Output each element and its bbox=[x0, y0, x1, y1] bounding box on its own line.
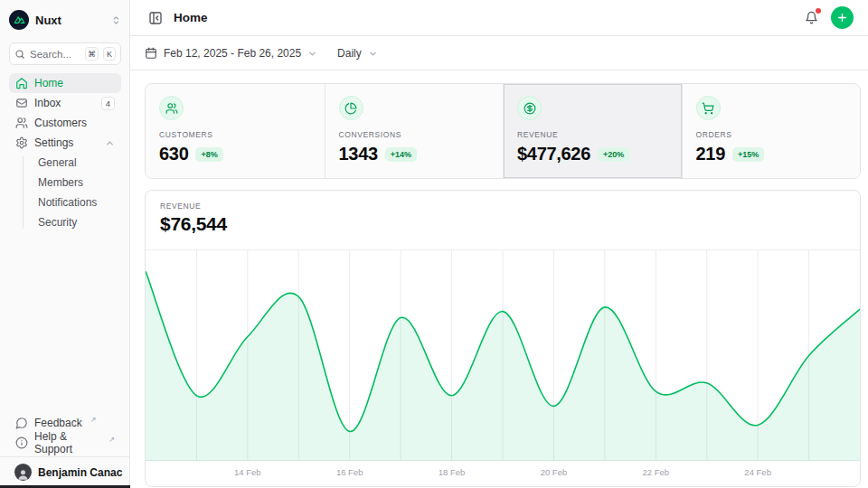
panel-left-close-icon bbox=[148, 11, 163, 25]
sidebar-item-inbox[interactable]: Inbox 4 bbox=[9, 93, 121, 113]
stat-delta-badge: +8% bbox=[195, 147, 222, 162]
header-actions bbox=[800, 6, 854, 29]
stat-label: REVENUE bbox=[517, 130, 668, 139]
chart-metric-label: REVENUE bbox=[160, 202, 845, 211]
page-title: Home bbox=[174, 11, 208, 24]
stat-value: $477,626 bbox=[517, 144, 590, 164]
subitem-label: Security bbox=[38, 216, 77, 229]
revenue-chart-card: REVENUE $76,544 14 Feb16 Feb18 Feb20 Feb… bbox=[145, 190, 861, 487]
stat-value: 1343 bbox=[339, 144, 378, 164]
stat-delta-badge: +15% bbox=[732, 147, 764, 162]
external-link-icon: ↗ bbox=[90, 416, 97, 424]
chart-x-axis: 14 Feb16 Feb18 Feb20 Feb22 Feb24 Feb bbox=[146, 461, 860, 485]
sidebar-item-settings[interactable]: Settings bbox=[9, 133, 121, 153]
stat-delta-badge: +14% bbox=[385, 147, 417, 162]
chevron-up-icon bbox=[105, 138, 115, 148]
sidebar-collapse-button[interactable] bbox=[145, 7, 166, 29]
footer-link-label: Help & Support bbox=[34, 430, 100, 455]
subitem-label: General bbox=[38, 156, 77, 169]
stat-card-customers[interactable]: CUSTOMERS 630 +8% bbox=[146, 84, 325, 178]
stat-label: ORDERS bbox=[696, 130, 847, 139]
notification-dot bbox=[816, 8, 821, 14]
search-icon bbox=[14, 49, 25, 60]
chart-metric-value: $76,544 bbox=[160, 213, 845, 235]
stat-label: CONVERSIONS bbox=[339, 130, 490, 139]
x-tick-label: 16 Feb bbox=[328, 467, 372, 477]
external-link-icon: ↗ bbox=[108, 436, 115, 444]
date-range-label: Feb 12, 2025 - Feb 26, 2025 bbox=[164, 47, 301, 60]
dashboard-app: Nuxt Search... ⌘ K Home bbox=[0, 0, 868, 488]
search-input[interactable]: Search... ⌘ K bbox=[9, 42, 121, 65]
chevrons-up-down-icon bbox=[111, 15, 121, 25]
subitem-label: Members bbox=[38, 176, 83, 189]
chevron-down-icon bbox=[307, 49, 317, 59]
search-placeholder: Search... bbox=[30, 49, 80, 60]
stat-card-conversions[interactable]: CONVERSIONS 1343 +14% bbox=[325, 84, 504, 178]
x-tick-label: 24 Feb bbox=[736, 467, 779, 477]
stats-grid: CUSTOMERS 630 +8% CONVERSIONS 1343 +14% bbox=[145, 83, 861, 179]
chevron-down-icon bbox=[368, 49, 378, 59]
help-support-link[interactable]: Help & Support ↗ bbox=[9, 433, 121, 453]
x-tick-label: 18 Feb bbox=[430, 467, 474, 477]
calendar-icon bbox=[145, 47, 157, 60]
info-circle-icon bbox=[15, 436, 28, 449]
filters-toolbar: Feb 12, 2025 - Feb 26, 2025 Daily bbox=[130, 37, 868, 70]
sidebar-item-label: Settings bbox=[34, 136, 99, 149]
sidebar-subitem-notifications[interactable]: Notifications bbox=[34, 192, 121, 212]
cart-icon bbox=[696, 96, 721, 120]
inbox-icon bbox=[15, 97, 28, 109]
dollar-circle-icon bbox=[517, 96, 542, 120]
inbox-count-badge: 4 bbox=[101, 97, 115, 110]
x-tick-label: 22 Feb bbox=[634, 467, 677, 477]
date-range-picker[interactable]: Feb 12, 2025 - Feb 26, 2025 bbox=[145, 47, 317, 60]
sidebar: Nuxt Search... ⌘ K Home bbox=[0, 0, 130, 488]
settings-subnav: General Members Notifications Security bbox=[23, 153, 121, 232]
sidebar-item-label: Inbox bbox=[34, 97, 95, 109]
add-button[interactable] bbox=[831, 6, 854, 29]
subitem-label: Notifications bbox=[38, 196, 97, 209]
sidebar-subitem-security[interactable]: Security bbox=[34, 212, 121, 232]
area-chart bbox=[146, 250, 860, 461]
notifications-button[interactable] bbox=[800, 7, 822, 29]
sidebar-subitem-general[interactable]: General bbox=[34, 153, 121, 173]
user-name: Benjamin Canac bbox=[38, 466, 122, 479]
footer-link-label: Feedback bbox=[34, 417, 82, 429]
page-header: Home bbox=[130, 0, 868, 36]
stat-card-revenue[interactable]: REVENUE $477,626 +20% bbox=[503, 84, 682, 178]
stat-value: 219 bbox=[696, 144, 725, 164]
user-menu[interactable]: Benjamin Canac bbox=[9, 460, 121, 484]
pie-chart-icon bbox=[339, 96, 363, 120]
x-tick-label: 20 Feb bbox=[532, 467, 575, 477]
sidebar-item-label: Home bbox=[34, 77, 115, 89]
sidebar-item-home[interactable]: Home bbox=[9, 73, 121, 93]
sidebar-footer: Feedback ↗ Help & Support ↗ bbox=[9, 413, 121, 453]
home-icon bbox=[15, 77, 28, 89]
sidebar-nav: Home Inbox 4 Customers Settings bbox=[9, 73, 121, 232]
stat-value: 630 bbox=[159, 144, 188, 164]
stat-label: CUSTOMERS bbox=[159, 130, 311, 139]
sidebar-item-label: Customers bbox=[34, 117, 115, 129]
stat-delta-badge: +20% bbox=[598, 147, 629, 162]
users-icon bbox=[15, 117, 28, 129]
chart-header: REVENUE $76,544 bbox=[146, 191, 860, 250]
kbd-cmd: ⌘ bbox=[85, 47, 99, 61]
avatar bbox=[14, 464, 32, 481]
sidebar-subitem-members[interactable]: Members bbox=[34, 173, 121, 192]
x-tick-label: 14 Feb bbox=[226, 467, 269, 477]
stat-card-orders[interactable]: ORDERS 219 +15% bbox=[682, 84, 861, 178]
main-area: Home Feb 12, 2025 - Feb 26, 2025 bbox=[130, 0, 868, 488]
gear-icon bbox=[15, 136, 28, 149]
users-icon bbox=[159, 96, 184, 120]
workspace-switcher[interactable]: Nuxt bbox=[9, 8, 121, 32]
kbd-k: K bbox=[103, 47, 116, 61]
chart-plot-area[interactable] bbox=[146, 250, 860, 461]
workspace-name: Nuxt bbox=[35, 14, 105, 27]
sidebar-item-customers[interactable]: Customers bbox=[9, 113, 121, 133]
plus-icon bbox=[836, 12, 848, 23]
chat-bubble-icon bbox=[15, 417, 28, 429]
granularity-select[interactable]: Daily bbox=[337, 47, 378, 60]
sidebar-divider bbox=[0, 456, 130, 457]
nuxt-logo-icon bbox=[9, 10, 29, 30]
granularity-label: Daily bbox=[337, 47, 362, 60]
